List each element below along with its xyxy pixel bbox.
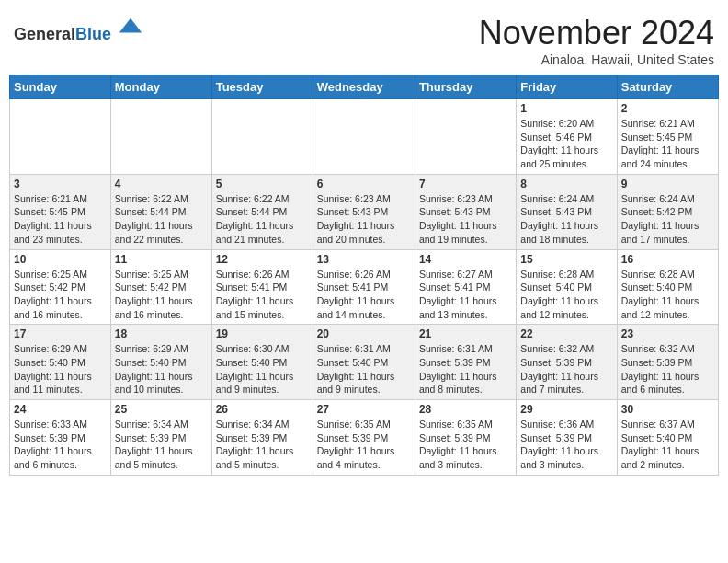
day-number: 8: [520, 178, 612, 190]
day-info: Sunrise: 6:21 AM Sunset: 5:45 PM Dayligh…: [14, 192, 107, 247]
day-number: 23: [621, 327, 714, 340]
day-number: 13: [317, 253, 411, 266]
day-info: Sunrise: 6:26 AM Sunset: 5:41 PM Dayligh…: [317, 268, 411, 322]
day-number: 21: [419, 327, 512, 340]
day-number: 24: [14, 403, 107, 416]
calendar-day-cell: 30Sunrise: 6:37 AM Sunset: 5:40 PM Dayli…: [617, 400, 718, 476]
calendar-day-cell: 27Sunrise: 6:35 AM Sunset: 5:39 PM Dayli…: [313, 400, 415, 476]
calendar-day-cell: 22Sunrise: 6:32 AM Sunset: 5:39 PM Dayli…: [517, 325, 617, 400]
day-info: Sunrise: 6:31 AM Sunset: 5:40 PM Dayligh…: [317, 342, 411, 396]
calendar-weekday-header: Friday: [517, 75, 617, 99]
day-number: 3: [14, 178, 107, 190]
calendar-day-cell: 12Sunrise: 6:26 AM Sunset: 5:41 PM Dayli…: [211, 249, 313, 325]
day-info: Sunrise: 6:32 AM Sunset: 5:39 PM Dayligh…: [621, 342, 714, 396]
day-number: 28: [419, 403, 512, 416]
calendar-day-cell: [10, 99, 111, 175]
calendar-weekday-header: Tuesday: [211, 75, 313, 99]
location-subtitle: Ainaloa, Hawaii, United States: [479, 52, 714, 67]
day-number: 26: [216, 403, 309, 416]
calendar-day-cell: 26Sunrise: 6:34 AM Sunset: 5:39 PM Dayli…: [211, 400, 313, 476]
day-info: Sunrise: 6:30 AM Sunset: 5:40 PM Dayligh…: [216, 342, 309, 396]
logo-icon: [118, 14, 143, 40]
day-number: 9: [621, 178, 714, 190]
day-number: 10: [14, 253, 107, 266]
title-block: November 2024 Ainaloa, Hawaii, United St…: [479, 14, 714, 67]
calendar-weekday-header: Saturday: [617, 75, 718, 99]
day-info: Sunrise: 6:27 AM Sunset: 5:41 PM Dayligh…: [419, 268, 512, 322]
calendar-day-cell: 9Sunrise: 6:24 AM Sunset: 5:42 PM Daylig…: [617, 174, 718, 249]
day-info: Sunrise: 6:21 AM Sunset: 5:45 PM Dayligh…: [621, 117, 714, 171]
day-info: Sunrise: 6:22 AM Sunset: 5:44 PM Dayligh…: [216, 192, 309, 247]
day-info: Sunrise: 6:37 AM Sunset: 5:40 PM Dayligh…: [621, 418, 714, 472]
calendar-day-cell: 3Sunrise: 6:21 AM Sunset: 5:45 PM Daylig…: [10, 174, 111, 249]
day-number: 18: [115, 327, 208, 340]
day-info: Sunrise: 6:23 AM Sunset: 5:43 PM Dayligh…: [419, 192, 512, 247]
calendar-day-cell: 11Sunrise: 6:25 AM Sunset: 5:42 PM Dayli…: [110, 249, 211, 325]
day-number: 2: [621, 102, 714, 115]
calendar-week-row: 3Sunrise: 6:21 AM Sunset: 5:45 PM Daylig…: [10, 174, 719, 249]
day-number: 30: [621, 403, 714, 416]
calendar-day-cell: 18Sunrise: 6:29 AM Sunset: 5:40 PM Dayli…: [110, 325, 211, 400]
day-number: 16: [621, 253, 714, 266]
day-info: Sunrise: 6:34 AM Sunset: 5:39 PM Dayligh…: [216, 418, 309, 472]
day-number: 5: [216, 178, 309, 190]
calendar-week-row: 1Sunrise: 6:20 AM Sunset: 5:46 PM Daylig…: [10, 99, 719, 175]
calendar-week-row: 24Sunrise: 6:33 AM Sunset: 5:39 PM Dayli…: [10, 400, 719, 476]
day-info: Sunrise: 6:32 AM Sunset: 5:39 PM Dayligh…: [520, 342, 612, 396]
calendar-day-cell: 29Sunrise: 6:36 AM Sunset: 5:39 PM Dayli…: [517, 400, 617, 476]
day-info: Sunrise: 6:28 AM Sunset: 5:40 PM Dayligh…: [621, 268, 714, 322]
calendar-day-cell: 7Sunrise: 6:23 AM Sunset: 5:43 PM Daylig…: [415, 174, 516, 249]
calendar-day-cell: 16Sunrise: 6:28 AM Sunset: 5:40 PM Dayli…: [617, 249, 718, 325]
calendar-day-cell: 10Sunrise: 6:25 AM Sunset: 5:42 PM Dayli…: [10, 249, 111, 325]
calendar-week-row: 10Sunrise: 6:25 AM Sunset: 5:42 PM Dayli…: [10, 249, 719, 325]
day-number: 19: [216, 327, 309, 340]
calendar-day-cell: [313, 99, 415, 175]
logo-general-text: General: [14, 25, 75, 43]
svg-marker-0: [119, 18, 142, 33]
day-info: Sunrise: 6:24 AM Sunset: 5:43 PM Dayligh…: [520, 192, 612, 247]
day-info: Sunrise: 6:25 AM Sunset: 5:42 PM Dayligh…: [115, 268, 208, 322]
calendar-day-cell: 15Sunrise: 6:28 AM Sunset: 5:40 PM Dayli…: [517, 249, 617, 325]
calendar-day-cell: 8Sunrise: 6:24 AM Sunset: 5:43 PM Daylig…: [517, 174, 617, 249]
calendar-day-cell: 19Sunrise: 6:30 AM Sunset: 5:40 PM Dayli…: [211, 325, 313, 400]
day-number: 11: [115, 253, 208, 266]
day-number: 27: [317, 403, 411, 416]
calendar-day-cell: 4Sunrise: 6:22 AM Sunset: 5:44 PM Daylig…: [110, 174, 211, 249]
calendar-day-cell: 23Sunrise: 6:32 AM Sunset: 5:39 PM Dayli…: [617, 325, 718, 400]
day-number: 25: [115, 403, 208, 416]
calendar-table: SundayMondayTuesdayWednesdayThursdayFrid…: [9, 75, 719, 476]
calendar-day-cell: 13Sunrise: 6:26 AM Sunset: 5:41 PM Dayli…: [313, 249, 415, 325]
calendar-day-cell: 2Sunrise: 6:21 AM Sunset: 5:45 PM Daylig…: [617, 99, 718, 175]
logo-blue-text: Blue: [75, 25, 111, 43]
day-number: 4: [115, 178, 208, 190]
day-info: Sunrise: 6:24 AM Sunset: 5:42 PM Dayligh…: [621, 192, 714, 247]
calendar-day-cell: [415, 99, 516, 175]
day-number: 7: [419, 178, 512, 190]
day-info: Sunrise: 6:22 AM Sunset: 5:44 PM Dayligh…: [115, 192, 208, 247]
day-number: 6: [317, 178, 411, 190]
day-number: 14: [419, 253, 512, 266]
day-info: Sunrise: 6:26 AM Sunset: 5:41 PM Dayligh…: [216, 268, 309, 322]
day-number: 20: [317, 327, 411, 340]
calendar-weekday-header: Thursday: [415, 75, 516, 99]
calendar-day-cell: 21Sunrise: 6:31 AM Sunset: 5:39 PM Dayli…: [415, 325, 516, 400]
calendar-header-row: SundayMondayTuesdayWednesdayThursdayFrid…: [10, 75, 719, 99]
calendar-weekday-header: Wednesday: [313, 75, 415, 99]
day-info: Sunrise: 6:35 AM Sunset: 5:39 PM Dayligh…: [419, 418, 512, 472]
day-number: 15: [520, 253, 612, 266]
day-info: Sunrise: 6:34 AM Sunset: 5:39 PM Dayligh…: [115, 418, 208, 472]
calendar-day-cell: [110, 99, 211, 175]
calendar-weekday-header: Sunday: [10, 75, 111, 99]
day-number: 17: [14, 327, 107, 340]
day-number: 22: [520, 327, 612, 340]
calendar-day-cell: 6Sunrise: 6:23 AM Sunset: 5:43 PM Daylig…: [313, 174, 415, 249]
day-info: Sunrise: 6:28 AM Sunset: 5:40 PM Dayligh…: [520, 268, 612, 322]
calendar-day-cell: 1Sunrise: 6:20 AM Sunset: 5:46 PM Daylig…: [517, 99, 617, 175]
calendar-day-cell: 24Sunrise: 6:33 AM Sunset: 5:39 PM Dayli…: [10, 400, 111, 476]
day-number: 12: [216, 253, 309, 266]
day-info: Sunrise: 6:35 AM Sunset: 5:39 PM Dayligh…: [317, 418, 411, 472]
page-header: GeneralBlue November 2024 Ainaloa, Hawai…: [9, 9, 719, 67]
day-info: Sunrise: 6:23 AM Sunset: 5:43 PM Dayligh…: [317, 192, 411, 247]
calendar-day-cell: 14Sunrise: 6:27 AM Sunset: 5:41 PM Dayli…: [415, 249, 516, 325]
calendar-week-row: 17Sunrise: 6:29 AM Sunset: 5:40 PM Dayli…: [10, 325, 719, 400]
